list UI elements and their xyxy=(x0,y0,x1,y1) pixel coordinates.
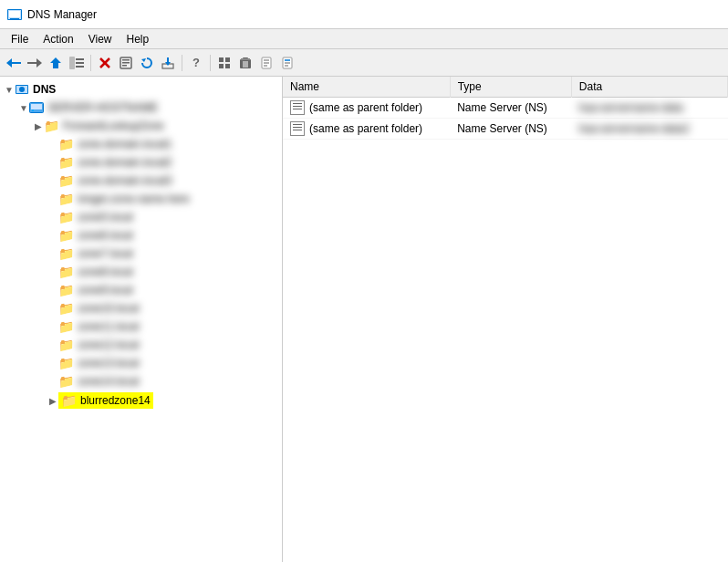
haa-cluster-highlight: 📁 blurredzone14 xyxy=(58,392,153,409)
zone3-label: zone.domain.local3 xyxy=(78,174,172,187)
ns-record-icon-1 xyxy=(290,100,305,115)
row2-type: Name Server (NS) xyxy=(450,119,571,140)
tree-item-zone14[interactable]: 📁 zone14.local xyxy=(44,372,282,390)
tree-item-zone13[interactable]: 📁 zone13.local xyxy=(44,354,282,372)
svg-rect-29 xyxy=(241,58,250,60)
details-row-1[interactable]: (same as parent folder) Name Server (NS)… xyxy=(283,98,728,119)
doc1-button[interactable] xyxy=(256,53,276,73)
details-row-2[interactable]: (same as parent folder) Name Server (NS)… xyxy=(283,119,728,140)
col-type[interactable]: Type xyxy=(450,77,571,98)
back-button[interactable] xyxy=(4,53,24,73)
details-body: (same as parent folder) Name Server (NS)… xyxy=(283,98,728,140)
svg-rect-23 xyxy=(219,57,224,62)
toolbar: ? xyxy=(0,49,728,77)
haa-expand[interactable]: ▶ xyxy=(47,396,58,406)
tree-item-zone1[interactable]: 📁 zone.domain.local1 xyxy=(44,135,282,153)
app-icon xyxy=(7,7,22,22)
fwd-expand-icon[interactable]: ▶ xyxy=(33,121,44,131)
tree-item-zone3[interactable]: 📁 zone.domain.local3 xyxy=(44,172,282,190)
menu-help[interactable]: Help xyxy=(120,31,157,47)
tree-item-zone11[interactable]: 📁 zone11.local xyxy=(44,317,282,336)
forward-button[interactable] xyxy=(25,53,45,73)
app-title: DNS Manager xyxy=(27,8,97,21)
grid-view-button[interactable] xyxy=(214,53,234,73)
properties-button[interactable] xyxy=(116,53,136,73)
tree-item-zone2[interactable]: 📁 zone.domain.local2 xyxy=(44,153,282,172)
zone5-label: zone5.local xyxy=(78,211,133,224)
delete-button[interactable] xyxy=(95,53,115,73)
tree-item-haa-cluster[interactable]: ▶ 📁 blurredzone14 xyxy=(44,390,282,411)
menu-file[interactable]: File xyxy=(4,31,36,47)
svg-rect-46 xyxy=(31,104,42,109)
tree-item-zone5[interactable]: 📁 zone5.local xyxy=(44,208,282,226)
fwd-zone-label: ForwardLookupZone xyxy=(63,120,164,132)
tree-item-zone7[interactable]: 📁 zone7.local xyxy=(44,245,282,263)
svg-rect-7 xyxy=(27,62,37,64)
svg-rect-17 xyxy=(122,62,130,64)
row2-data-blurred: haa-servername-data2 xyxy=(578,122,689,135)
zone1-label: zone.domain.local1 xyxy=(78,138,172,151)
separator-1 xyxy=(90,55,91,71)
main-content: ▼ DNS ▼ SERVER-HOSTNAME ▶ 📁 xyxy=(0,77,728,562)
svg-rect-25 xyxy=(219,64,224,68)
row1-name-text: (same as parent folder) xyxy=(309,101,422,114)
zone10-label: zone10.local xyxy=(78,302,139,315)
details-panel: Name Type Data (same as parent folder) xyxy=(283,77,728,562)
svg-marker-8 xyxy=(50,57,61,68)
separator-2 xyxy=(182,55,182,71)
help-button[interactable]: ? xyxy=(186,53,206,73)
title-bar: DNS Manager xyxy=(0,0,728,29)
server-expand-icon[interactable]: ▼ xyxy=(18,103,29,113)
expand-icon[interactable]: ▼ xyxy=(4,85,15,95)
ns-record-icon-2 xyxy=(290,121,305,136)
zone2-label: zone.domain.local2 xyxy=(78,156,172,169)
dns-root-label: DNS xyxy=(33,83,56,96)
tree-item-zone12[interactable]: 📁 zone12.local xyxy=(44,336,282,354)
col-data[interactable]: Data xyxy=(571,77,727,98)
tree-item-zone6[interactable]: 📁 zone6.local xyxy=(44,226,282,245)
svg-rect-9 xyxy=(69,57,75,69)
export-button[interactable] xyxy=(158,53,178,73)
svg-rect-18 xyxy=(122,65,127,67)
zone12-label: zone12.local xyxy=(78,338,139,351)
row2-name-text: (same as parent folder) xyxy=(309,122,422,135)
row1-name: (same as parent folder) xyxy=(283,98,450,119)
tree-panel: ▼ DNS ▼ SERVER-HOSTNAME ▶ 📁 xyxy=(0,77,283,562)
svg-rect-26 xyxy=(225,64,230,68)
trash-button[interactable] xyxy=(235,53,255,73)
menu-bar: File Action View Help xyxy=(0,29,728,49)
details-table: Name Type Data (same as parent folder) xyxy=(283,77,728,140)
row2-name: (same as parent folder) xyxy=(283,119,450,140)
tree-item-dns-root[interactable]: ▼ DNS xyxy=(0,80,282,99)
tree-item-fwdzone[interactable]: ▶ 📁 ForwardLookupZone xyxy=(29,117,282,135)
svg-point-47 xyxy=(32,109,34,111)
zone6-label: zone6.local xyxy=(78,229,133,242)
tree-item-server[interactable]: ▼ SERVER-HOSTNAME xyxy=(0,99,282,117)
server-label: SERVER-HOSTNAME xyxy=(47,101,158,114)
svg-rect-10 xyxy=(76,58,84,60)
tree-item-zone4[interactable]: 📁 longer.zone.name.here xyxy=(44,190,282,208)
menu-view[interactable]: View xyxy=(81,31,120,47)
row2-data: haa-servername-data2 xyxy=(571,119,727,140)
svg-rect-3 xyxy=(10,18,19,19)
tree-item-zone8[interactable]: 📁 zone8.local xyxy=(44,263,282,281)
svg-rect-2 xyxy=(9,11,20,17)
tree-item-zone10[interactable]: 📁 zone10.local xyxy=(44,299,282,317)
zone13-label: zone13.local xyxy=(78,357,139,369)
haa-cluster-label: blurredzone14 xyxy=(80,394,151,407)
tree-item-zone9[interactable]: 📁 zone9.local xyxy=(44,281,282,299)
zone14-label: zone14.local xyxy=(78,375,139,388)
row1-type: Name Server (NS) xyxy=(450,98,571,119)
doc2-button[interactable] xyxy=(277,53,297,73)
zone8-label: zone8.local xyxy=(78,265,133,278)
zone7-label: zone7.local xyxy=(78,247,133,260)
refresh-button[interactable] xyxy=(137,53,157,73)
col-name[interactable]: Name xyxy=(283,77,450,98)
svg-rect-24 xyxy=(225,57,230,62)
svg-rect-12 xyxy=(76,66,84,68)
up-button[interactable] xyxy=(46,53,66,73)
show-console-tree-button[interactable] xyxy=(67,53,87,73)
svg-rect-11 xyxy=(76,62,84,64)
row1-data: haa-servername-data xyxy=(571,98,727,119)
menu-action[interactable]: Action xyxy=(36,31,80,47)
